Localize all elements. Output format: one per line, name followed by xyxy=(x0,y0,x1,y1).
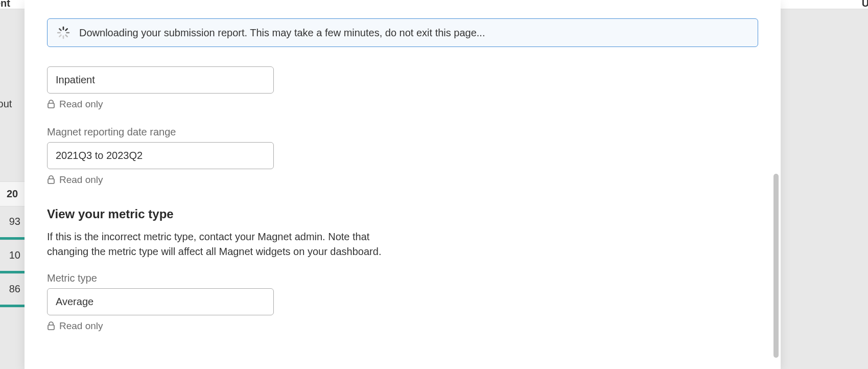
metric-type-label: Metric type xyxy=(47,272,758,284)
svg-line-7 xyxy=(59,29,61,30)
banner-message: Downloading your submission report. This… xyxy=(79,27,485,39)
bg-table-cell: 93 xyxy=(0,206,25,240)
lock-icon xyxy=(47,321,55,331)
modal-panel: Downloading your submission report. This… xyxy=(25,0,781,369)
svg-rect-10 xyxy=(48,325,54,330)
svg-line-1 xyxy=(66,29,67,30)
bg-header-fragment-right: Ur xyxy=(862,0,868,9)
date-range-label: Magnet reporting date range xyxy=(47,126,758,138)
readonly-hint: Read only xyxy=(47,174,758,186)
bg-table-cell: 10 xyxy=(0,240,25,274)
date-range-input xyxy=(47,142,274,169)
svg-rect-9 xyxy=(48,179,54,183)
readonly-label: Read only xyxy=(59,99,103,110)
lock-icon xyxy=(47,100,55,109)
patient-type-input xyxy=(47,66,274,94)
patient-type-field: Read only xyxy=(47,66,758,110)
svg-line-5 xyxy=(59,35,61,37)
readonly-hint: Read only xyxy=(47,99,758,110)
bg-table-value: 86 xyxy=(9,283,20,294)
download-banner: Downloading your submission report. This… xyxy=(47,18,758,47)
readonly-hint: Read only xyxy=(47,320,758,332)
bg-table-cell: 86 xyxy=(0,274,25,308)
bg-table-fragment: 20 93 10 86 xyxy=(0,181,25,308)
readonly-label: Read only xyxy=(59,320,103,332)
readonly-label: Read only xyxy=(59,174,103,186)
metric-type-input xyxy=(47,288,274,315)
bg-header-fragment-left: ent xyxy=(0,0,10,9)
svg-line-3 xyxy=(66,35,67,37)
lock-icon xyxy=(47,175,55,184)
bg-table-year: 20 xyxy=(0,181,25,206)
bg-sidebar-text: s out xyxy=(0,98,12,110)
metric-type-field: Metric type Read only xyxy=(47,272,758,332)
bg-progress-bar xyxy=(0,271,25,273)
spinner-icon xyxy=(57,26,70,39)
svg-rect-8 xyxy=(48,103,54,108)
bg-progress-bar xyxy=(0,237,25,240)
bg-table-value: 93 xyxy=(9,216,20,227)
metric-type-section-title: View your metric type xyxy=(47,207,758,221)
scrollbar-thumb[interactable] xyxy=(773,174,779,358)
date-range-field: Magnet reporting date range Read only xyxy=(47,126,758,186)
bg-table-value: 10 xyxy=(9,249,20,261)
metric-type-section-desc: If this is the incorrect metric type, co… xyxy=(47,229,394,259)
bg-progress-bar xyxy=(0,305,25,307)
